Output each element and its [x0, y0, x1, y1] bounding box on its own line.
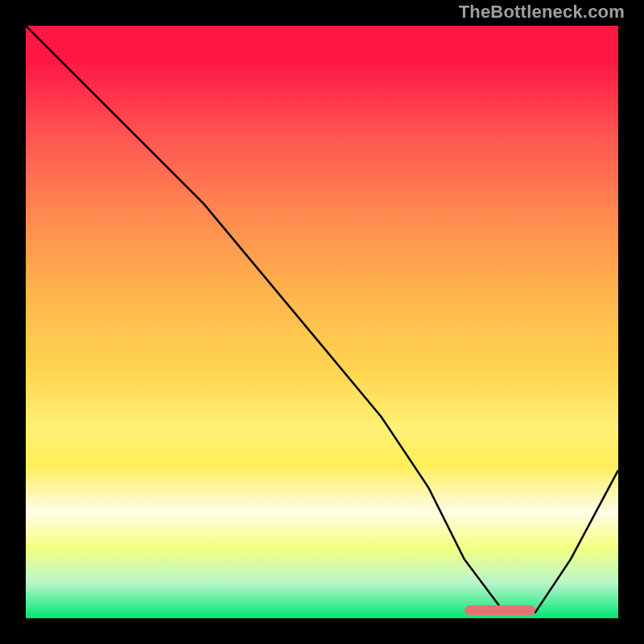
chart-frame: TheBottleneck.com — [0, 0, 644, 644]
curve-layer — [26, 26, 618, 618]
optimal-marker — [464, 605, 535, 615]
watermark-text: TheBottleneck.com — [459, 3, 625, 21]
bottleneck-curve — [26, 26, 618, 613]
plot-area — [26, 26, 618, 618]
